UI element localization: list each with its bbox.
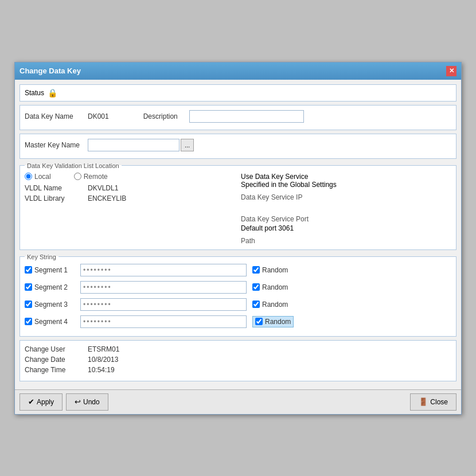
random-container-3: Random	[252, 301, 288, 309]
segment-input-1[interactable]	[80, 264, 247, 276]
validation-section: Data Key Validation List Location Local …	[19, 162, 457, 250]
validation-left: Local Remote VLDL Name DKVLDL1 VLDL Libr…	[25, 173, 235, 246]
remote-label: Remote	[84, 173, 108, 181]
undo-icon: ↩	[75, 397, 81, 406]
random-label-3: Random	[262, 301, 288, 309]
segment-input-3[interactable]	[80, 298, 247, 311]
random-label-4: Random	[265, 318, 291, 326]
vldl-name-label: VLDL Name	[25, 184, 88, 192]
close-icon: 🚪	[419, 397, 428, 406]
remote-radio-label[interactable]: Remote	[74, 173, 108, 181]
dks-ip-label: Data Key Service IP	[241, 193, 451, 201]
status-section: Status 🔒	[19, 84, 457, 102]
apply-icon: ✔	[28, 397, 34, 406]
lock-icon: 🔒	[48, 88, 57, 97]
local-label: Local	[34, 173, 51, 181]
use-dks-label: Use Data Key Service	[241, 173, 451, 181]
segment-label-1: Segment 1	[34, 266, 80, 274]
segments-container: Segment 1RandomSegment 2RandomSegment 3R…	[25, 264, 451, 328]
random-checkbox-1[interactable]	[252, 266, 260, 274]
segment-input-2[interactable]	[80, 281, 247, 294]
segment-label-4: Segment 4	[34, 318, 80, 326]
change-date-row: Change Date 10/8/2013	[25, 356, 451, 364]
validation-right: Use Data Key Service Specified in the Gl…	[235, 173, 451, 246]
random-container-1: Random	[252, 266, 288, 274]
local-radio[interactable]	[25, 173, 32, 180]
undo-label: Undo	[83, 398, 100, 406]
validation-content: Local Remote VLDL Name DKVLDL1 VLDL Libr…	[25, 173, 451, 246]
vldl-lib-value: ENCKEYLIB	[88, 194, 126, 202]
masterkey-row: Master Key Name MK001 ...	[25, 139, 451, 151]
undo-button[interactable]: ↩ Undo	[66, 393, 108, 411]
random-label-2: Random	[262, 283, 288, 291]
segment-checkbox-3[interactable]	[25, 301, 32, 308]
path-label: Path	[241, 237, 451, 245]
segment-label-2: Segment 2	[34, 283, 80, 291]
datakey-row: Data Key Name DK001 Description Data Key…	[25, 110, 451, 123]
remote-radio[interactable]	[74, 173, 81, 180]
change-date-value: 10/8/2013	[88, 356, 118, 364]
keystring-section: Key String Segment 1RandomSegment 2Rando…	[19, 253, 457, 337]
random-checkbox-2[interactable]	[252, 283, 260, 291]
status-label: Status	[25, 89, 44, 97]
title-bar: Change Data Key ✕	[15, 63, 461, 80]
segment-row-3: Segment 3Random	[25, 298, 451, 311]
segment-input-4[interactable]	[80, 315, 247, 328]
change-user-label: Change User	[25, 345, 88, 353]
apply-label: Apply	[37, 398, 54, 406]
changeinfo-section: Change User ETSRM01 Change Date 10/8/201…	[19, 340, 457, 381]
change-time-label: Change Time	[25, 366, 88, 374]
random-container-4: Random	[252, 316, 294, 327]
segment-checkbox-4[interactable]	[25, 318, 32, 325]
masterkey-section: Master Key Name MK001 ...	[19, 134, 457, 159]
keystring-legend: Key String	[25, 253, 58, 260]
title-close-button[interactable]: ✕	[446, 66, 457, 76]
random-container-2: Random	[252, 283, 288, 291]
datakey-name-value: DK001	[88, 112, 109, 120]
segment-label-3: Segment 3	[34, 301, 80, 309]
dialog-title: Change Data Key	[19, 67, 81, 75]
masterkey-label: Master Key Name	[25, 141, 88, 149]
masterkey-input[interactable]: MK001	[88, 139, 180, 151]
vldl-name-value: DKVLDL1	[88, 184, 118, 192]
segment-row-2: Segment 2Random	[25, 281, 451, 294]
dks-port-label: Data Key Service Port	[241, 215, 451, 223]
datakey-section: Data Key Name DK001 Description Data Key…	[19, 105, 457, 130]
change-user-value: ETSRM01	[88, 345, 119, 353]
dks-port-sub: Default port 3061	[241, 224, 451, 232]
change-time-row: Change Time 10:54:19	[25, 366, 451, 374]
apply-button[interactable]: ✔ Apply	[19, 393, 63, 411]
vldl-name-row: VLDL Name DKVLDL1	[25, 184, 235, 192]
segment-row-1: Segment 1Random	[25, 264, 451, 276]
vldl-lib-label: VLDL Library	[25, 194, 88, 202]
local-radio-label[interactable]: Local	[25, 173, 51, 181]
change-data-key-dialog: Change Data Key ✕ Status 🔒 Data Key Name…	[14, 62, 462, 415]
datakey-desc-input[interactable]: Data Key Number 001	[189, 110, 304, 123]
change-time-value: 10:54:19	[88, 366, 115, 374]
segment-checkbox-2[interactable]	[25, 283, 32, 291]
close-label: Close	[430, 398, 448, 406]
segment-checkbox-1[interactable]	[25, 266, 32, 274]
random-checkbox-3[interactable]	[252, 301, 260, 308]
footer: ✔ Apply ↩ Undo 🚪 Close	[15, 389, 461, 414]
dks-ip-space	[241, 202, 451, 210]
use-dks-container: Use Data Key Service Specified in the Gl…	[241, 173, 451, 189]
change-user-row: Change User ETSRM01	[25, 345, 451, 353]
close-button[interactable]: 🚪 Close	[410, 393, 457, 411]
datakey-name-label: Data Key Name	[25, 112, 88, 120]
dialog-body: Status 🔒 Data Key Name DK001 Description…	[15, 80, 461, 389]
segment-row-4: Segment 4Random	[25, 315, 451, 328]
footer-left: ✔ Apply ↩ Undo	[19, 393, 108, 411]
masterkey-browse-button[interactable]: ...	[181, 139, 194, 151]
local-remote-row: Local Remote	[25, 173, 235, 181]
validation-legend: Data Key Validation List Location	[25, 162, 122, 169]
random-checkbox-4[interactable]	[255, 318, 263, 325]
random-label-1: Random	[262, 266, 288, 274]
vldl-lib-row: VLDL Library ENCKEYLIB	[25, 194, 235, 202]
use-dks-sub: Specified in the Global Settings	[241, 181, 451, 189]
change-date-label: Change Date	[25, 356, 88, 364]
datakey-desc-label: Description	[143, 112, 189, 120]
